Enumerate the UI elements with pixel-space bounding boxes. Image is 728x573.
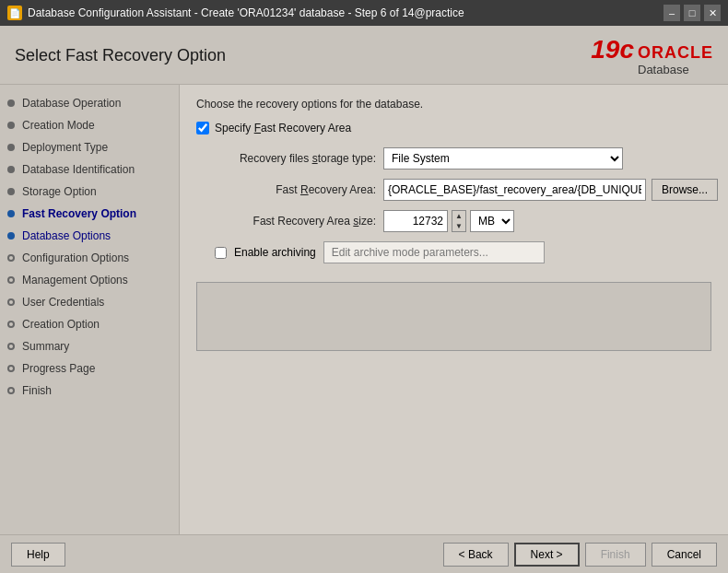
fra-path-input[interactable]: {ORACLE_BASE}/fast_recovery_area/{DB_UNI… <box>383 179 646 201</box>
back-button[interactable]: < Back <box>443 543 509 567</box>
sidebar-item-storage-option[interactable]: Storage Option <box>0 181 179 203</box>
fra-size-spinbox: 12732 ▲ ▼ MB GB <box>383 210 514 232</box>
sidebar-dot <box>7 144 15 151</box>
sidebar-label: Summary <box>22 340 69 353</box>
sidebar-label: Database Operation <box>22 97 121 110</box>
fra-size-row: Fast Recovery Area size: 12732 ▲ ▼ MB GB <box>215 210 711 232</box>
title-bar-text: Database Configuration Assistant - Creat… <box>28 6 464 19</box>
enable-archiving-label[interactable]: Enable archiving <box>234 246 316 259</box>
sidebar-item-summary[interactable]: Summary <box>0 335 179 357</box>
storage-type-label: Recovery files storage type: <box>215 152 376 165</box>
content-area: Database Operation Creation Mode Deploym… <box>0 85 728 534</box>
header-area: Select Fast Recovery Option 19c ORACLE D… <box>0 26 728 85</box>
oracle-version: 19c <box>591 35 634 64</box>
footer: Help < Back Next > Finish Cancel <box>0 534 728 573</box>
fra-size-unit-select[interactable]: MB GB <box>470 210 514 232</box>
enable-archiving-row: Enable archiving <box>215 241 711 263</box>
sidebar-item-user-credentials[interactable]: User Credentials <box>0 291 179 313</box>
form-section: Recovery files storage type: File System… <box>196 147 711 263</box>
specify-fra-row: Specify Fast Recovery Area <box>196 122 711 134</box>
spin-up-button[interactable]: ▲ <box>452 211 465 221</box>
sidebar-dot <box>7 188 15 195</box>
next-button[interactable]: Next > <box>514 543 580 567</box>
sidebar-dot <box>7 343 15 350</box>
cancel-button[interactable]: Cancel <box>652 543 717 567</box>
title-bar-left: 📄 Database Configuration Assistant - Cre… <box>7 6 464 20</box>
content-description: Choose the recovery options for the data… <box>196 98 711 111</box>
oracle-brand: ORACLE Database <box>638 43 713 76</box>
sidebar-item-database-operation[interactable]: Database Operation <box>0 92 179 114</box>
title-bar-controls[interactable]: – □ ✕ <box>663 5 721 21</box>
spin-down-button[interactable]: ▼ <box>452 221 465 231</box>
fra-path-input-group: {ORACLE_BASE}/fast_recovery_area/{DB_UNI… <box>383 179 718 201</box>
sidebar-label: Fast Recovery Option <box>22 207 136 220</box>
sidebar-item-management-options[interactable]: Management Options <box>0 269 179 291</box>
sidebar-dot <box>7 276 15 284</box>
app-icon: 📄 <box>7 6 22 20</box>
sidebar-item-creation-option[interactable]: Creation Option <box>0 313 179 335</box>
specify-fra-checkbox[interactable] <box>196 122 209 134</box>
sidebar-dot <box>7 166 15 173</box>
sidebar-dot <box>7 232 15 240</box>
sidebar-label: Deployment Type <box>22 141 108 154</box>
finish-button[interactable]: Finish <box>585 543 646 567</box>
specify-fra-label[interactable]: Specify Fast Recovery Area <box>215 122 351 134</box>
sidebar-dot <box>7 298 15 306</box>
sidebar-label: Configuration Options <box>22 251 129 264</box>
sidebar-item-progress-page[interactable]: Progress Page <box>0 357 179 380</box>
sidebar-item-deployment-type[interactable]: Deployment Type <box>0 136 179 158</box>
sidebar-item-fast-recovery-option[interactable]: Fast Recovery Option <box>0 203 179 225</box>
info-box <box>196 282 711 351</box>
spin-arrows: ▲ ▼ <box>452 210 466 232</box>
page-title: Select Fast Recovery Option <box>15 46 226 65</box>
maximize-button[interactable]: □ <box>684 5 700 21</box>
sidebar-label: Finish <box>22 384 52 397</box>
fra-path-row: Fast Recovery Area: {ORACLE_BASE}/fast_r… <box>215 179 711 201</box>
sidebar-dot <box>7 365 15 372</box>
title-bar: 📄 Database Configuration Assistant - Cre… <box>0 0 728 26</box>
fra-size-input[interactable]: 12732 <box>383 210 448 232</box>
footer-left: Help <box>11 543 65 567</box>
sidebar: Database Operation Creation Mode Deploym… <box>0 85 180 534</box>
sidebar-dot <box>7 321 15 328</box>
enable-archiving-checkbox[interactable] <box>215 247 227 259</box>
storage-type-row: Recovery files storage type: File System… <box>215 147 711 170</box>
storage-type-select[interactable]: File System ASM <box>383 147 623 170</box>
oracle-logo: 19c ORACLE Database <box>591 35 713 76</box>
sidebar-item-database-options[interactable]: Database Options <box>0 225 179 247</box>
sidebar-label: Database Options <box>22 229 111 242</box>
sidebar-dot <box>7 210 15 217</box>
sidebar-label: User Credentials <box>22 296 104 309</box>
sidebar-dot <box>7 254 15 262</box>
sidebar-dot <box>7 387 15 394</box>
sidebar-label: Creation Option <box>22 318 100 331</box>
minimize-button[interactable]: – <box>663 5 680 21</box>
sidebar-label: Storage Option <box>22 185 97 198</box>
sidebar-dot <box>7 99 15 107</box>
sidebar-label: Creation Mode <box>22 119 95 132</box>
sidebar-item-configuration-options[interactable]: Configuration Options <box>0 247 179 269</box>
sidebar-dot <box>7 122 15 129</box>
sidebar-item-database-identification[interactable]: Database Identification <box>0 158 179 181</box>
oracle-product-text: Database <box>638 63 689 76</box>
help-button[interactable]: Help <box>11 543 65 567</box>
sidebar-label: Progress Page <box>22 362 95 375</box>
sidebar-item-finish[interactable]: Finish <box>0 380 179 402</box>
close-button[interactable]: ✕ <box>704 5 721 21</box>
browse-button[interactable]: Browse... <box>652 179 718 201</box>
sidebar-item-creation-mode[interactable]: Creation Mode <box>0 114 179 136</box>
fra-size-label: Fast Recovery Area size: <box>215 215 376 228</box>
main-content: Choose the recovery options for the data… <box>180 85 728 534</box>
fra-path-label: Fast Recovery Area: <box>215 183 376 196</box>
oracle-brand-text: ORACLE <box>638 43 713 63</box>
sidebar-label: Database Identification <box>22 163 135 176</box>
footer-right: < Back Next > Finish Cancel <box>443 543 717 567</box>
sidebar-label: Management Options <box>22 274 128 286</box>
edit-archive-input[interactable] <box>323 241 545 263</box>
main-window: Select Fast Recovery Option 19c ORACLE D… <box>0 26 728 573</box>
